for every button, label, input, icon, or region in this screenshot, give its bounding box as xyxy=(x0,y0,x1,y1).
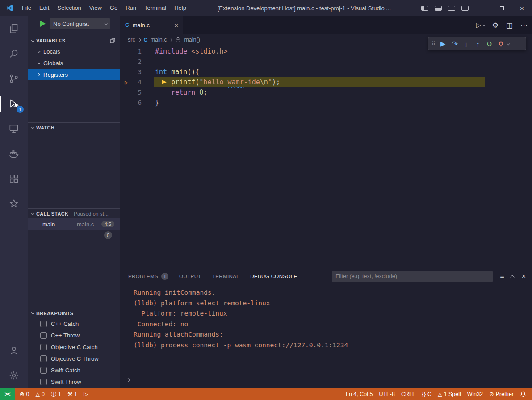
start-debugging-button[interactable] xyxy=(40,21,46,27)
checkbox-unchecked-icon[interactable] xyxy=(40,344,47,350)
extensions-icon[interactable] xyxy=(0,166,28,191)
status-debug[interactable]: ▷ xyxy=(80,388,91,400)
checkbox-unchecked-icon[interactable] xyxy=(40,379,47,385)
source-control-icon[interactable] xyxy=(0,66,28,91)
call-stack-frame[interactable]: main main.c 4:5 xyxy=(28,218,120,230)
console-filter-input[interactable] xyxy=(332,271,493,282)
panel-tab-output[interactable]: OUTPUT xyxy=(179,268,201,284)
panel-close-icon[interactable]: × xyxy=(522,272,526,280)
settings-gear-icon[interactable] xyxy=(0,363,28,388)
notifications-bell-icon[interactable] xyxy=(517,391,532,397)
breakpoint-swift-throw[interactable]: Swift Throw xyxy=(28,376,120,388)
debug-settings-gear-icon[interactable]: ⚙ xyxy=(492,21,498,29)
console-input-chevron-icon[interactable] xyxy=(126,375,130,383)
docker-icon[interactable] xyxy=(0,141,28,166)
panel-maximize-icon[interactable] xyxy=(511,275,515,278)
maximize-button[interactable] xyxy=(492,0,512,16)
breadcrumb-folder[interactable]: src xyxy=(128,37,135,43)
watch-section-header[interactable]: WATCH xyxy=(28,122,120,132)
status-eol[interactable]: CRLF xyxy=(398,388,419,400)
minimize-button[interactable] xyxy=(472,0,492,16)
checkbox-unchecked-icon[interactable] xyxy=(40,321,47,327)
menu-terminal[interactable]: Terminal xyxy=(140,0,170,16)
run-and-debug-icon[interactable]: 1 xyxy=(0,91,28,116)
variables-item-locals[interactable]: Locals xyxy=(28,46,120,57)
panel-actions: ≡ × xyxy=(500,272,526,280)
menu-go[interactable]: Go xyxy=(106,0,121,16)
step-over-button[interactable]: ↷ xyxy=(449,39,461,49)
status-warnings[interactable]: △0 xyxy=(32,388,48,400)
status-encoding[interactable]: UTF-8 xyxy=(376,388,398,400)
collapse-all-icon[interactable] xyxy=(109,38,116,44)
tab-main-c[interactable]: C main.c × xyxy=(120,16,183,34)
menu-view[interactable]: View xyxy=(85,0,106,16)
continue-button[interactable]: ▶ xyxy=(437,40,449,48)
breadcrumb-symbol[interactable]: main() xyxy=(184,37,200,43)
status-spell-checker[interactable]: △1 Spell xyxy=(435,388,464,400)
current-frame-arrow-icon[interactable]: ▷ xyxy=(120,77,133,88)
toggle-sidebar-icon[interactable] xyxy=(421,6,428,11)
status-language-mode[interactable]: {}C xyxy=(419,388,435,400)
toggle-panel-icon[interactable] xyxy=(435,6,442,11)
breakpoints-list: C++ CatchC++ ThrowObjective C CatchObjec… xyxy=(28,318,120,388)
more-actions-icon[interactable]: ⋯ xyxy=(520,21,528,29)
code-line-5[interactable]: 5 return 0; xyxy=(120,88,532,98)
call-stack-section-header[interactable]: CALL STACK Paused on st... xyxy=(28,208,120,218)
breakpoints-section-header[interactable]: BREAKPOINTS xyxy=(28,308,120,318)
variables-section-header[interactable]: VARIABLES xyxy=(28,36,120,46)
breadcrumb-file[interactable]: main.c xyxy=(151,37,167,43)
code-editor[interactable]: 1#include <stdio.h>23int main(){▷4 print… xyxy=(120,46,532,268)
code-line-6[interactable]: 6} xyxy=(120,98,532,108)
panel-tab-debug-console[interactable]: DEBUG CONSOLE xyxy=(250,268,297,284)
menu-help[interactable]: Help xyxy=(170,0,190,16)
chevron-down-icon[interactable] xyxy=(507,42,510,45)
breakpoint-objective-c-throw[interactable]: Objective C Throw xyxy=(28,353,120,364)
output-lines-icon[interactable]: ≡ xyxy=(500,272,504,280)
breakpoint-swift-catch[interactable]: Swift Catch xyxy=(28,364,120,376)
menu-run[interactable]: Run xyxy=(121,0,140,16)
breakpoint-c-catch[interactable]: C++ Catch xyxy=(28,318,120,329)
status-left: ⊗0△0i1⚒1▷ xyxy=(17,388,91,400)
menu-edit[interactable]: Edit xyxy=(35,0,53,16)
status-errors[interactable]: ⊗0 xyxy=(17,388,32,400)
step-out-button[interactable]: ↑ xyxy=(472,40,484,48)
checkbox-unchecked-icon[interactable] xyxy=(40,367,47,374)
run-file-button[interactable]: ▷ xyxy=(476,21,485,29)
explorer-icon[interactable] xyxy=(0,16,28,41)
menu-file[interactable]: File xyxy=(18,0,35,16)
drag-handle-icon[interactable]: ⠿ xyxy=(431,41,436,47)
tree-item-label: Registers xyxy=(43,71,68,78)
panel-tab-problems[interactable]: PROBLEMS1 xyxy=(128,268,168,284)
customize-layout-icon[interactable] xyxy=(461,6,469,11)
checkbox-unchecked-icon[interactable] xyxy=(40,355,47,362)
breakpoint-c-throw[interactable]: C++ Throw xyxy=(28,329,120,341)
step-into-button[interactable]: ↓ xyxy=(461,40,472,48)
tab-close-icon[interactable]: × xyxy=(174,21,178,29)
status-platform[interactable]: Win32 xyxy=(464,388,486,400)
status-info[interactable]: i1 xyxy=(48,388,64,400)
remote-indicator[interactable]: >< xyxy=(0,388,15,400)
status-tasks[interactable]: ⚒1 xyxy=(64,388,80,400)
toggle-secondary-sidebar-icon[interactable] xyxy=(448,6,455,11)
search-icon[interactable] xyxy=(0,41,28,66)
split-editor-icon[interactable]: ◫ xyxy=(506,21,513,29)
menu-selection[interactable]: Selection xyxy=(53,0,85,16)
status-prettier[interactable]: ⊘Prettier xyxy=(486,388,517,400)
account-icon[interactable] xyxy=(0,338,28,363)
checkbox-unchecked-icon[interactable] xyxy=(40,332,47,339)
close-button[interactable]: × xyxy=(512,0,532,16)
breakpoint-objective-c-catch[interactable]: Objective C Catch xyxy=(28,341,120,353)
status-cursor-position[interactable]: Ln 4, Col 5 xyxy=(343,388,376,400)
debug-launch-row: No Configurat xyxy=(28,16,120,31)
variables-item-registers[interactable]: Registers xyxy=(28,69,120,80)
launch-configuration-dropdown[interactable]: No Configurat xyxy=(50,18,110,29)
disconnect-button[interactable] xyxy=(495,41,507,47)
panel-tab-terminal[interactable]: TERMINAL xyxy=(212,268,239,284)
remote-explorer-icon[interactable] xyxy=(0,116,28,141)
star-icon[interactable] xyxy=(0,191,28,216)
code-line-4[interactable]: ▷4 printf("hello wamr-ide\n"); xyxy=(120,77,532,88)
restart-button[interactable]: ↺ xyxy=(484,40,495,48)
code-line-3[interactable]: 3int main(){ xyxy=(120,67,532,77)
code-line-2[interactable]: 2 xyxy=(120,57,532,67)
variables-item-globals[interactable]: Globals xyxy=(28,57,120,69)
